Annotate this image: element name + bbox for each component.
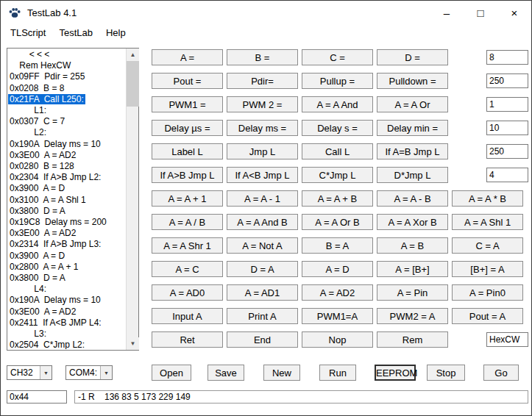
op-d-jmp-l-button[interactable]: D*Jmp L (377, 167, 448, 183)
minimize-button[interactable]: – (430, 1, 464, 24)
operand-input[interactable] (486, 168, 528, 182)
op-if-a-b-jmp-l-button[interactable]: If A>B Jmp L (152, 167, 223, 183)
menu-help[interactable]: Help (99, 26, 132, 40)
listing-line[interactable]: 0x0208 B = 8 (8, 83, 125, 94)
operand-input[interactable] (486, 50, 528, 65)
op-a-a-1-button[interactable]: A = A - 1 (227, 190, 298, 207)
listing-line[interactable]: 0x190A Delay ms = 10 (8, 139, 125, 150)
listing-line[interactable]: 0x2304 If A>B Jmp L2: (8, 172, 125, 183)
op-end-button[interactable]: End (227, 331, 298, 348)
device-select[interactable]: CH32 ▼ (7, 365, 52, 380)
listing-line[interactable]: 0x3E00 A = AD2 (8, 150, 125, 161)
op-b-a-button[interactable]: B = A (302, 237, 373, 254)
open-button[interactable]: Open (152, 365, 191, 381)
listing-line[interactable]: < < < (8, 49, 125, 60)
op-a-not-a-button[interactable]: A = Not A (227, 237, 298, 254)
listing-line[interactable]: L2: (8, 127, 125, 138)
op-a-c-button[interactable]: A = C (152, 261, 223, 277)
listing-line[interactable]: 0x3800 D = A (8, 273, 125, 284)
op-nop-button[interactable]: Nop (302, 331, 373, 348)
op-pwm2-a-button[interactable]: PWM2 = A (377, 308, 448, 324)
op-delay-ms-button[interactable]: Delay ms = (227, 120, 298, 136)
op-b-a-button[interactable]: [B+] = A (452, 261, 523, 277)
op-rem-button[interactable]: Rem (377, 331, 448, 348)
listing-line[interactable]: 0x2800 A = A + 1 (8, 262, 125, 273)
listing-line[interactable]: 0x21FA Call L250: (8, 94, 125, 105)
op-if-a-b-jmp-l-button[interactable]: If A=B Jmp L (377, 143, 448, 159)
op-a-a-shl-1-button[interactable]: A = A Shl 1 (452, 214, 523, 230)
op-c-button[interactable]: C = (302, 49, 373, 65)
listing-line[interactable]: 0x0307 C = 7 (8, 116, 125, 127)
listing-line[interactable]: 0x3800 D = A (8, 206, 125, 217)
op-ret-button[interactable]: Ret (152, 331, 223, 348)
op-delay-s-button[interactable]: Delay µs = (152, 120, 223, 136)
op-pwm1-button[interactable]: PWM1 = (152, 96, 223, 112)
listing-line[interactable]: L4: (8, 284, 125, 295)
op-d-a-button[interactable]: D = A (227, 261, 298, 277)
op-a-a-shr-1-button[interactable]: A = A Shr 1 (152, 237, 223, 254)
listing-line[interactable]: Rem HexCW (8, 60, 125, 71)
port-select[interactable]: COM4: ▼ (65, 365, 113, 380)
op-a-pin0-button[interactable]: A = Pin0 (452, 284, 523, 301)
operand-input[interactable] (486, 144, 528, 159)
listing-line[interactable]: 0x19C8 Delay ms = 200 (8, 217, 125, 228)
scroll-down-icon[interactable]: ▼ (127, 337, 139, 350)
op-c-a-button[interactable]: C = A (452, 237, 523, 254)
op-a-b-button[interactable]: A = B (377, 237, 448, 254)
op-if-a-b-jmp-l-button[interactable]: If A<B Jmp L (227, 167, 298, 183)
op-pullup-button[interactable]: Pullup = (302, 73, 373, 89)
op-print-a-button[interactable]: Print A (227, 308, 298, 324)
operand-input[interactable] (486, 73, 528, 88)
op-a-a-or-b-button[interactable]: A = A Or B (302, 214, 373, 230)
op-a-a-or-button[interactable]: A = A Or (377, 96, 448, 112)
address-input[interactable] (7, 390, 67, 404)
op-pulldown-button[interactable]: Pulldown = (377, 73, 448, 89)
op-a-a-and-b-button[interactable]: A = A And B (227, 214, 298, 230)
op-a-a-b-button[interactable]: A = A - B (377, 190, 448, 207)
maximize-button[interactable]: □ (464, 1, 497, 24)
op-label-l-button[interactable]: Label L (152, 143, 223, 159)
chevron-down-icon[interactable]: ▼ (40, 366, 52, 379)
listing-line[interactable]: 0x3900 A = D (8, 251, 125, 262)
op-a-ad1-button[interactable]: A = AD1 (227, 284, 298, 301)
listing-line[interactable]: 0x3900 A = D (8, 183, 125, 194)
new-button[interactable]: New (263, 365, 300, 381)
eeprom-button[interactable]: EEPROM (375, 365, 416, 381)
op-pwm-2-button[interactable]: PWM 2 = (227, 96, 298, 112)
listing-line[interactable]: L3: (8, 329, 125, 340)
listing-line[interactable]: 0x0280 B = 128 (8, 161, 125, 172)
listing-line[interactable]: L1: (8, 105, 125, 116)
run-button[interactable]: Run (319, 365, 356, 381)
listing-line[interactable]: 0x3100 A = A Shl 1 (8, 195, 125, 206)
op-a-a-and-button[interactable]: A = A And (302, 96, 373, 112)
chevron-down-icon[interactable]: ▼ (100, 366, 112, 379)
go-button[interactable]: Go (483, 365, 519, 381)
op-pwm1-a-button[interactable]: PWM1=A (302, 308, 373, 324)
op-d-button[interactable]: D = (377, 49, 448, 65)
op-jmp-l-button[interactable]: Jmp L (227, 143, 298, 159)
op-a-b-button[interactable]: A = [B+] (377, 261, 448, 277)
op-delay-min-button[interactable]: Delay min = (377, 120, 448, 136)
op-pout-a-button[interactable]: Pout = A (452, 308, 523, 324)
listing-line[interactable]: 0x2504 C*Jmp L2: (8, 340, 125, 349)
listing-line[interactable]: 0x190A Delay ms = 10 (8, 295, 125, 306)
op-pdir-button[interactable]: Pdir= (227, 73, 298, 89)
op-a-a-xor-b-button[interactable]: A = A Xor B (377, 214, 448, 230)
op-a-button[interactable]: A = (152, 49, 223, 65)
menu-testlab[interactable]: TestLab (52, 26, 99, 40)
listing-scrollbar[interactable]: ▲ ▼ (126, 49, 138, 350)
op-c-jmp-l-button[interactable]: C*Jmp L (302, 167, 373, 183)
op-pout-button[interactable]: Pout = (152, 73, 223, 89)
op-a-pin-button[interactable]: A = Pin (377, 284, 448, 301)
op-a-d-button[interactable]: A = D (302, 261, 373, 277)
save-button[interactable]: Save (208, 365, 244, 381)
output-field[interactable] (74, 390, 528, 404)
scrollbar-thumb[interactable] (127, 61, 139, 107)
listing-line[interactable]: 0x3E00 A = AD2 (8, 306, 125, 318)
op-a-ad0-button[interactable]: A = AD0 (152, 284, 223, 301)
op-a-a-b-button[interactable]: A = A + B (302, 190, 373, 207)
listing-line[interactable]: 0x2411 If A<B JMP L4: (8, 318, 125, 329)
listing-line[interactable]: 0x09FF Pdir = 255 (8, 71, 125, 82)
operand-input[interactable] (486, 121, 528, 135)
op-a-a-b-button[interactable]: A = A / B (152, 214, 223, 230)
